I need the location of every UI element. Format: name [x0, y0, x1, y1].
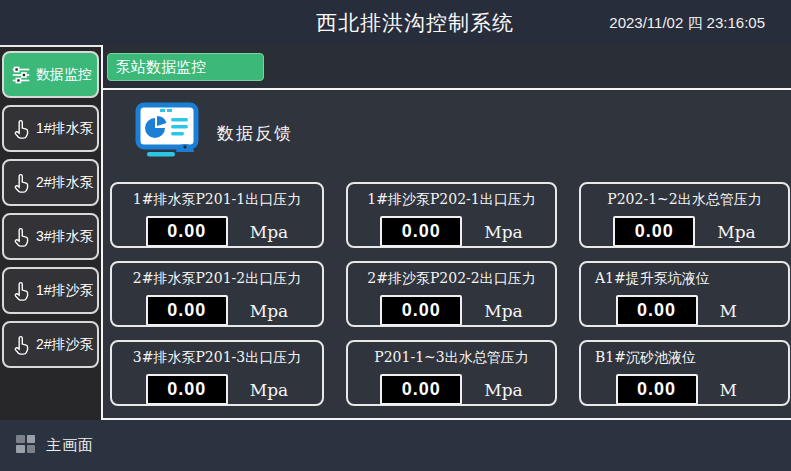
hand-pointer-icon [9, 279, 33, 303]
sidebar-item-data-monitor[interactable]: 数据监控 [2, 51, 99, 98]
panel-title: 2#排水泵P201-2出口压力 [112, 270, 322, 288]
value-display: 0.00 [380, 216, 462, 247]
home-label: 主画面 [46, 436, 94, 455]
data-panel: 2#排水泵P201-2出口压力 0.00 Mpa [110, 261, 324, 327]
sidebar-item-label: 2#排沙泵 [36, 336, 94, 354]
unit-label: Mpa [484, 380, 522, 400]
sidebar: 数据监控 1#排水泵 2#排水泵 3#排水泵 [0, 45, 101, 420]
data-panel: A1#提升泵坑液位 0.00 M [579, 261, 790, 327]
panel-title: 2#排沙泵P202-2出口压力 [348, 270, 555, 288]
sidebar-item-label: 3#排水泵 [36, 228, 94, 246]
panel-title: 1#排沙泵P202-1出口压力 [348, 191, 555, 209]
value-display: 0.00 [613, 216, 695, 247]
panel-title: 1#排水泵P201-1出口压力 [112, 191, 322, 209]
page-title: 西北排洪沟控制系统 [316, 9, 514, 37]
data-panel: 1#排沙泵P202-1出口压力 0.00 Mpa [346, 182, 557, 248]
sidebar-item-sand-pump-2[interactable]: 2#排沙泵 [2, 321, 99, 368]
sidebar-item-label: 1#排沙泵 [36, 282, 94, 300]
sidebar-item-label: 2#排水泵 [36, 174, 94, 192]
hand-pointer-icon [9, 171, 33, 195]
sidebar-item-sand-pump-1[interactable]: 1#排沙泵 [2, 267, 99, 314]
datetime-display: 2023/11/02 四 23:16:05 [609, 13, 765, 32]
unit-label: M [720, 380, 754, 400]
panel-title: A1#提升泵坑液位 [581, 270, 788, 288]
value-display: 0.00 [146, 295, 228, 326]
sliders-icon [9, 63, 33, 87]
sidebar-item-drain-pump-1[interactable]: 1#排水泵 [2, 105, 99, 152]
value-display: 0.00 [616, 374, 698, 405]
panel-title: B1#沉砂池液位 [581, 349, 788, 367]
main-area: 泵站数据监控 [103, 45, 791, 418]
value-display: 0.00 [380, 295, 462, 326]
data-panel: 3#排水泵P201-3出口压力 0.00 Mpa [110, 340, 324, 406]
data-panel: 1#排水泵P201-1出口压力 0.00 Mpa [110, 182, 324, 248]
data-panel-grid: 1#排水泵P201-1出口压力 0.00 Mpa 1#排沙泵P202-1出口压力… [110, 182, 790, 406]
hand-pointer-icon [9, 225, 33, 249]
sidebar-item-drain-pump-2[interactable]: 2#排水泵 [2, 159, 99, 206]
sidebar-item-drain-pump-3[interactable]: 3#排水泵 [2, 213, 99, 260]
value-display: 0.00 [616, 295, 698, 326]
hand-pointer-icon [9, 333, 33, 357]
unit-label: Mpa [717, 222, 755, 242]
unit-label: Mpa [250, 222, 288, 242]
panel-title: P201-1~3出水总管压力 [348, 349, 555, 367]
value-display: 0.00 [146, 374, 228, 405]
home-button[interactable]: 主画面 [16, 434, 94, 458]
unit-label: Mpa [484, 222, 522, 242]
unit-label: M [720, 301, 754, 321]
panel-title: P202-1~2出水总管压力 [581, 191, 788, 209]
unit-label: Mpa [250, 380, 288, 400]
panel-title: 3#排水泵P201-3出口压力 [112, 349, 322, 367]
hand-pointer-icon [9, 117, 33, 141]
sidebar-item-label: 数据监控 [36, 66, 92, 84]
grid-squares-icon [16, 434, 36, 458]
data-panel: B1#沉砂池液位 0.00 M [579, 340, 790, 406]
unit-label: Mpa [484, 301, 522, 321]
value-display: 0.00 [146, 216, 228, 247]
scada-screen: 西北排洪沟控制系统 2023/11/02 四 23:16:05 数据监控 1#排… [0, 0, 791, 471]
data-panel: 2#排沙泵P202-2出口压力 0.00 Mpa [346, 261, 557, 327]
tab-pump-station-monitor[interactable]: 泵站数据监控 [107, 53, 264, 81]
footer-bar: 主画面 [0, 420, 791, 471]
data-feedback-header: 数据反馈 [133, 102, 293, 164]
data-panel: P201-1~3出水总管压力 0.00 Mpa [346, 340, 557, 406]
section-title: 数据反馈 [217, 122, 293, 145]
data-panel: P202-1~2出水总管压力 0.00 Mpa [579, 182, 790, 248]
tab-bar: 泵站数据监控 [103, 45, 791, 88]
sidebar-item-label: 1#排水泵 [36, 120, 94, 138]
monitor-chart-icon [133, 102, 201, 164]
header-bar: 西北排洪沟控制系统 2023/11/02 四 23:16:05 [0, 0, 791, 45]
content-area: 数据反馈 1#排水泵P201-1出口压力 0.00 Mpa 1#排沙泵P202-… [103, 90, 791, 418]
unit-label: Mpa [250, 301, 288, 321]
value-display: 0.00 [380, 374, 462, 405]
